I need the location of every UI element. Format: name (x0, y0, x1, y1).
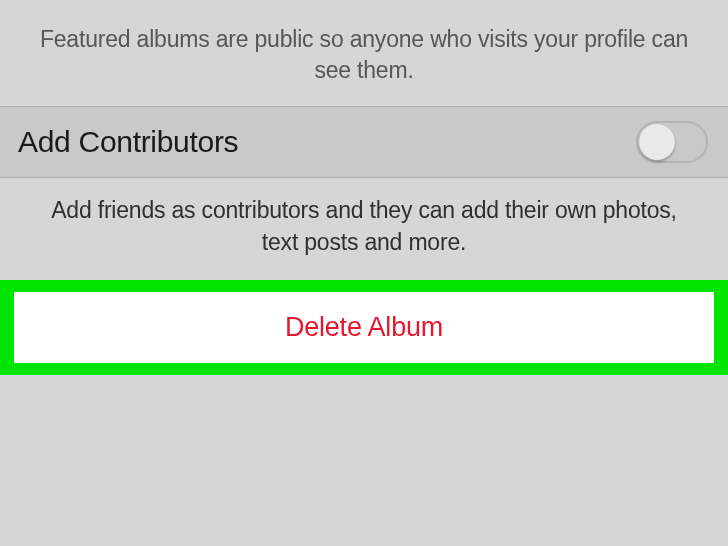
toggle-knob (639, 124, 675, 160)
delete-highlight: Delete Album (0, 280, 728, 375)
add-contributors-label: Add Contributors (18, 125, 238, 159)
add-contributors-toggle[interactable] (636, 121, 708, 163)
delete-album-button[interactable]: Delete Album (14, 292, 714, 363)
contributors-description: Add friends as contributors and they can… (0, 178, 728, 280)
add-contributors-row: Add Contributors (0, 106, 728, 178)
featured-albums-description: Featured albums are public so anyone who… (0, 0, 728, 106)
